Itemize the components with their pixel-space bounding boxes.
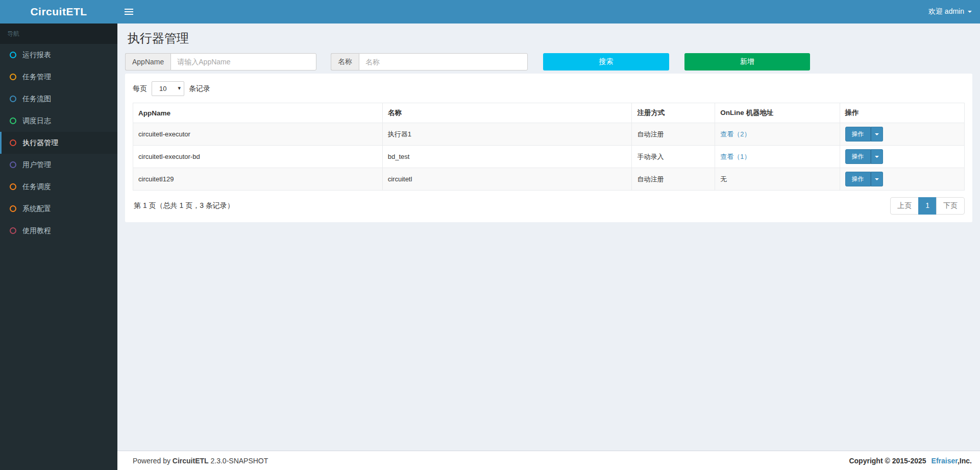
sidebar-section-label: 导航 <box>0 24 117 44</box>
sidebar-item-run-report[interactable]: 运行报表 <box>0 44 117 66</box>
cell-appname: circuitetl-executor <box>133 123 383 146</box>
footer-powered-by: Powered by CircuitETL 2.3.0-SNAPSHOT <box>133 457 268 465</box>
executor-table-panel: 每页 10 ▾ 条记录 AppName 名称 注册方式 <box>125 74 972 222</box>
brand-title: CircuitETL <box>30 6 87 18</box>
name-input-group: 名称 <box>331 53 528 70</box>
hamburger-icon <box>125 9 133 15</box>
circle-icon <box>10 205 16 212</box>
caret-down-icon <box>968 11 972 13</box>
circle-icon <box>10 161 16 168</box>
caret-down-icon <box>875 156 879 158</box>
pagination-prev[interactable]: 上页 <box>890 197 919 215</box>
circle-icon <box>10 74 16 80</box>
col-header-action: 操作 <box>840 103 964 123</box>
row-action-caret-button[interactable] <box>871 172 883 186</box>
sidebar-item-schedule-log[interactable]: 调度日志 <box>0 110 117 132</box>
search-button[interactable]: 搜索 <box>543 53 669 70</box>
table-row: circuitetl129 circuitetl 自动注册 无 操作 <box>133 168 965 191</box>
sidebar-item-tutorial[interactable]: 使用教程 <box>0 220 117 242</box>
navbar: 欢迎 admin <box>117 0 980 24</box>
circle-icon <box>10 139 16 146</box>
cell-name: circuitetl <box>382 168 632 191</box>
cell-appname: circuitetl129 <box>133 168 383 191</box>
row-action-button[interactable]: 操作 <box>845 149 871 164</box>
user-menu-dropdown[interactable]: 欢迎 admin <box>920 0 980 24</box>
cell-name: 执行器1 <box>382 123 632 146</box>
page-title: 执行器管理 <box>125 30 972 46</box>
page-size-select[interactable]: 10 <box>152 81 184 96</box>
circle-icon <box>10 52 16 58</box>
footer: Powered by CircuitETL 2.3.0-SNAPSHOT Cop… <box>117 451 980 470</box>
brand-logo[interactable]: CircuitETL <box>0 0 117 24</box>
cell-regtype: 手动录入 <box>632 146 715 168</box>
page-size-prefix: 每页 <box>133 84 147 93</box>
page-size-suffix: 条记录 <box>189 84 210 93</box>
col-header-online: OnLine 机器地址 <box>715 103 840 123</box>
col-header-appname: AppName <box>133 103 383 123</box>
appname-label: AppName <box>125 53 170 70</box>
table-header-row: AppName 名称 注册方式 OnLine 机器地址 操作 <box>133 103 965 123</box>
pagination-info: 第 1 页（总共 1 页，3 条记录） <box>133 201 234 210</box>
appname-input[interactable] <box>170 53 316 70</box>
cell-appname: circuitetl-executor-bd <box>133 146 383 168</box>
sidebar-item-job-schedule[interactable]: 任务调度 <box>0 176 117 198</box>
row-action-button[interactable]: 操作 <box>845 172 871 186</box>
sidebar-toggle-button[interactable] <box>117 0 140 24</box>
col-header-name: 名称 <box>382 103 632 123</box>
view-online-link[interactable]: 查看（2） <box>720 130 750 138</box>
executor-table: AppName 名称 注册方式 OnLine 机器地址 操作 circuitet… <box>133 103 965 191</box>
online-none-text: 无 <box>720 175 727 183</box>
row-action-button[interactable]: 操作 <box>845 127 871 142</box>
footer-brand: CircuitETL <box>173 457 209 465</box>
caret-down-icon <box>875 178 879 180</box>
circle-icon <box>10 96 16 102</box>
sidebar-item-job-manage[interactable]: 任务管理 <box>0 66 117 88</box>
footer-copyright: Copyright © 2015-2025Efraiser,Inc. <box>849 457 972 465</box>
row-action-caret-button[interactable] <box>871 149 883 164</box>
appname-input-group: AppName <box>125 53 316 70</box>
cell-name: bd_test <box>382 146 632 168</box>
name-label: 名称 <box>331 53 359 70</box>
caret-down-icon <box>875 133 879 135</box>
pagination-next[interactable]: 下页 <box>936 197 965 215</box>
sidebar-item-system-config[interactable]: 系统配置 <box>0 198 117 220</box>
name-input[interactable] <box>359 53 528 70</box>
pagination-page-1[interactable]: 1 <box>918 197 937 215</box>
footer-version: 2.3.0-SNAPSHOT <box>211 457 268 465</box>
col-header-regtype: 注册方式 <box>632 103 715 123</box>
circle-icon <box>10 118 16 124</box>
row-action-caret-button[interactable] <box>871 127 883 142</box>
page-size-row: 每页 10 ▾ 条记录 <box>133 81 965 96</box>
table-footer-row: 第 1 页（总共 1 页，3 条记录） 上页 1 下页 <box>133 197 965 215</box>
pagination: 上页 1 下页 <box>890 197 965 215</box>
sidebar: 导航 运行报表 任务管理 任务流图 调度日志 执行器管理 <box>0 24 117 470</box>
circle-icon <box>10 227 16 234</box>
sidebar-item-user-manage[interactable]: 用户管理 <box>0 154 117 176</box>
table-row: circuitetl-executor 执行器1 自动注册 查看（2） 操作 <box>133 123 965 146</box>
cell-regtype: 自动注册 <box>632 123 715 146</box>
view-online-link[interactable]: 查看（1） <box>720 153 750 160</box>
content-area: 执行器管理 AppName 名称 搜索 新增 每页 10 ▾ <box>117 24 980 451</box>
circle-icon <box>10 183 16 190</box>
add-button[interactable]: 新增 <box>684 53 810 70</box>
sidebar-menu: 运行报表 任务管理 任务流图 调度日志 执行器管理 用户管理 <box>0 44 117 242</box>
company-link[interactable]: Efraiser <box>932 457 958 465</box>
search-toolbar: AppName 名称 搜索 新增 <box>125 53 972 70</box>
cell-regtype: 自动注册 <box>632 168 715 191</box>
sidebar-item-job-flow[interactable]: 任务流图 <box>0 88 117 110</box>
top-navbar: CircuitETL 欢迎 admin <box>0 0 980 24</box>
sidebar-item-executor-manage[interactable]: 执行器管理 <box>0 132 117 154</box>
welcome-text: 欢迎 admin <box>928 7 964 16</box>
table-row: circuitetl-executor-bd bd_test 手动录入 查看（1… <box>133 146 965 168</box>
